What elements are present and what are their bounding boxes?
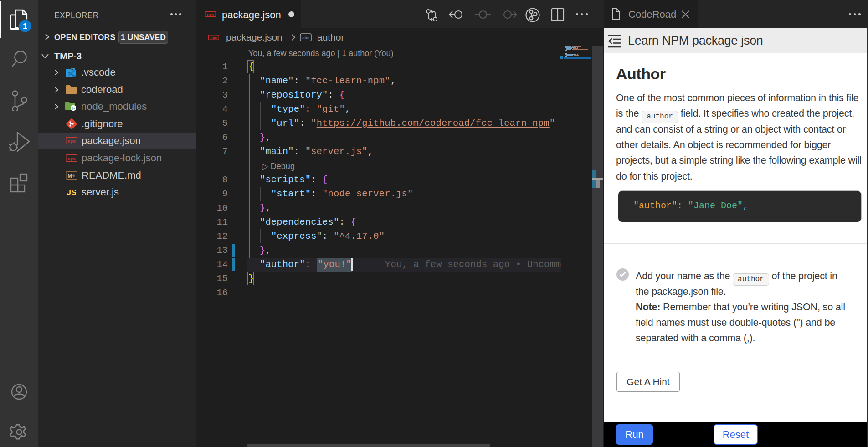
svg-text:js: js: [72, 106, 75, 110]
svg-text:1: 1: [23, 22, 27, 31]
svg-text:npm: npm: [210, 36, 217, 41]
svg-text:JS: JS: [67, 188, 77, 197]
svg-text:npm: npm: [67, 156, 75, 161]
svg-text:npm: npm: [67, 139, 75, 144]
svg-text:npm: npm: [207, 13, 214, 17]
svg-text:M: M: [67, 173, 72, 178]
svg-text:abc: abc: [302, 35, 309, 40]
